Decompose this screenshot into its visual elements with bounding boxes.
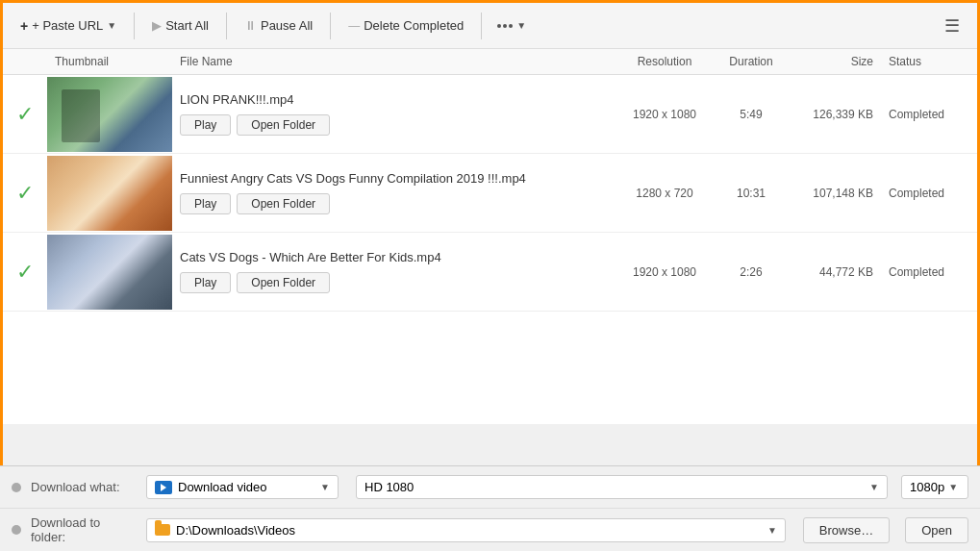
header-check	[3, 55, 47, 68]
paste-url-button[interactable]: + + Paste URL ▼	[13, 14, 124, 38]
download-what-row: Download what: Download video ▼ HD 1080 …	[0, 466, 980, 509]
row-2-filename: Funniest Angry Cats VS Dogs Funny Compil…	[180, 171, 604, 186]
more-options-arrow: ▼	[516, 20, 526, 31]
paste-url-dropdown-arrow: ▼	[107, 20, 116, 31]
hamburger-icon: ☰	[944, 16, 960, 36]
header-filename: File Name	[172, 55, 612, 68]
row-3-play-button[interactable]: Play	[180, 272, 231, 293]
row-3-info: Cats VS Dogs - Which Are Better For Kids…	[172, 242, 612, 301]
row-1-filename: LION PRANK!!!.mp4	[180, 92, 604, 107]
pause-icon: ⏸	[244, 18, 257, 33]
start-all-button[interactable]: ▶ Start All	[144, 14, 216, 37]
row-2-play-button[interactable]: Play	[180, 193, 231, 214]
table-header: Thumbnail File Name Resolution Duration …	[3, 49, 977, 75]
paste-url-label: + Paste URL	[32, 18, 103, 33]
checkmark-icon: ✓	[16, 181, 34, 205]
empty-area	[3, 312, 977, 424]
row-1-resolution: 1920 x 1080	[612, 108, 717, 121]
row-3-resolution: 1920 x 1080	[612, 265, 717, 279]
row-2-duration: 10:31	[717, 187, 785, 200]
separator-3	[330, 13, 331, 39]
table-row: ✓ Funniest Angry Cats VS Dogs Funny Comp…	[3, 154, 977, 233]
delete-completed-button[interactable]: — Delete Completed	[340, 14, 471, 37]
bottom-area: Download what: Download video ▼ HD 1080 …	[0, 465, 980, 551]
quality-select[interactable]: HD 1080 ▼	[356, 475, 888, 499]
table-row: ✓ Cats VS Dogs - Which Are Better For Ki…	[3, 233, 977, 312]
pause-all-button[interactable]: ⏸ Pause All	[237, 14, 320, 37]
row-2-check[interactable]: ✓	[3, 181, 47, 206]
quality-arrow: ▼	[869, 482, 879, 492]
dot3	[509, 24, 513, 28]
checkmark-icon: ✓	[16, 260, 34, 284]
row-3-thumbnail	[47, 235, 172, 310]
plus-icon: +	[20, 18, 28, 34]
header-duration: Duration	[717, 55, 785, 68]
download-to-label: Download to folder:	[31, 515, 137, 544]
quality-label: HD 1080	[364, 480, 414, 494]
row-1-info: LION PRANK!!!.mp4 Play Open Folder	[172, 85, 612, 143]
folder-path-arrow: ▼	[767, 525, 777, 536]
download-what-label: Download what:	[31, 480, 137, 494]
quality-resolution-arrow: ▼	[948, 482, 958, 492]
download-to-row: Download to folder: D:\Downloads\Videos …	[0, 509, 980, 551]
row-3-status: Completed	[881, 265, 977, 279]
separator-1	[134, 13, 135, 39]
header-resolution: Resolution	[612, 55, 717, 68]
start-all-label: Start All	[165, 18, 209, 33]
quality-resolution-select[interactable]: 1080p ▼	[901, 475, 968, 499]
row-2-buttons: Play Open Folder	[180, 193, 604, 214]
delete-icon: —	[348, 19, 360, 33]
folder-path-value: D:\Downloads\Videos	[176, 523, 295, 538]
row-2-size: 107,148 KB	[785, 187, 881, 200]
row-3-buttons: Play Open Folder	[180, 272, 604, 293]
browse-button[interactable]: Browse…	[803, 517, 890, 543]
dot2	[503, 24, 507, 28]
table-row: ✓ LION PRANK!!!.mp4 Play Open Folder 192…	[3, 75, 977, 154]
download-what-value: Download video	[178, 480, 267, 494]
row-2-status: Completed	[881, 187, 977, 200]
checkmark-icon: ✓	[16, 102, 34, 126]
row-3-check[interactable]: ✓	[3, 260, 47, 285]
separator-4	[481, 13, 482, 39]
quality-resolution-label: 1080p	[910, 480, 944, 494]
download-what-indicator	[12, 483, 21, 492]
hamburger-menu-button[interactable]: ☰	[937, 12, 967, 40]
open-button[interactable]: Open	[905, 517, 968, 543]
row-1-play-button[interactable]: Play	[180, 114, 231, 136]
separator-2	[226, 13, 227, 39]
video-icon	[155, 481, 172, 494]
folder-icon	[155, 524, 170, 536]
row-1-open-folder-button[interactable]: Open Folder	[237, 114, 330, 136]
row-3-open-folder-button[interactable]: Open Folder	[237, 272, 330, 293]
toolbar: + + Paste URL ▼ ▶ Start All ⏸ Pause All …	[3, 3, 977, 49]
row-1-buttons: Play Open Folder	[180, 114, 604, 136]
row-1-status: Completed	[881, 108, 977, 121]
folder-path-select[interactable]: D:\Downloads\Videos ▼	[146, 518, 786, 542]
row-1-duration: 5:49	[717, 108, 785, 121]
row-2-open-folder-button[interactable]: Open Folder	[237, 193, 330, 214]
download-what-arrow: ▼	[320, 482, 330, 492]
row-2-info: Funniest Angry Cats VS Dogs Funny Compil…	[172, 163, 612, 222]
row-3-filename: Cats VS Dogs - Which Are Better For Kids…	[180, 250, 604, 264]
header-size: Size	[785, 55, 881, 68]
row-2-resolution: 1280 x 720	[612, 187, 717, 200]
header-thumbnail: Thumbnail	[47, 55, 172, 68]
download-what-select[interactable]: Download video ▼	[146, 475, 339, 499]
pause-all-label: Pause All	[261, 18, 313, 33]
more-options-button[interactable]: ▼	[491, 16, 532, 35]
row-1-size: 126,339 KB	[785, 108, 881, 121]
row-1-thumbnail	[47, 77, 172, 152]
delete-completed-label: Delete Completed	[364, 18, 464, 33]
download-to-indicator	[12, 525, 21, 535]
dot1	[497, 24, 501, 28]
header-status: Status	[881, 55, 977, 68]
row-1-check[interactable]: ✓	[3, 102, 47, 127]
row-3-size: 44,772 KB	[785, 265, 881, 279]
row-2-thumbnail	[47, 156, 172, 231]
start-icon: ▶	[152, 18, 162, 33]
download-list: ✓ LION PRANK!!!.mp4 Play Open Folder 192…	[3, 75, 977, 424]
row-3-duration: 2:26	[717, 265, 785, 279]
